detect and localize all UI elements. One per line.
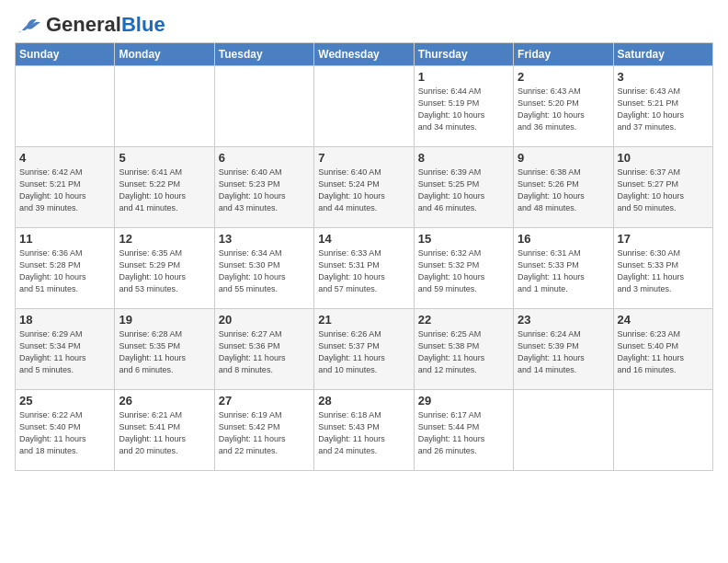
day-info: Sunrise: 6:25 AM Sunset: 5:38 PM Dayligh… xyxy=(418,328,509,376)
day-info: Sunrise: 6:32 AM Sunset: 5:32 PM Dayligh… xyxy=(418,247,509,295)
calendar-cell: 1Sunrise: 6:44 AM Sunset: 5:19 PM Daylig… xyxy=(414,66,513,147)
logo-text: GeneralBlue xyxy=(46,15,165,35)
day-number: 14 xyxy=(318,232,409,246)
day-number: 27 xyxy=(219,394,310,408)
day-info: Sunrise: 6:17 AM Sunset: 5:44 PM Dayligh… xyxy=(418,409,509,457)
calendar-cell: 10Sunrise: 6:37 AM Sunset: 5:27 PM Dayli… xyxy=(613,147,712,228)
logo-icon xyxy=(15,16,42,34)
calendar-week-3: 11Sunrise: 6:36 AM Sunset: 5:28 PM Dayli… xyxy=(16,228,713,309)
weekday-header-wednesday: Wednesday xyxy=(314,43,414,66)
day-number: 22 xyxy=(418,313,509,327)
day-info: Sunrise: 6:44 AM Sunset: 5:19 PM Dayligh… xyxy=(418,86,509,133)
weekday-header-row: SundayMondayTuesdayWednesdayThursdayFrid… xyxy=(16,43,713,66)
day-number: 8 xyxy=(418,151,509,165)
calendar-cell xyxy=(514,390,613,471)
calendar-week-1: 1Sunrise: 6:44 AM Sunset: 5:19 PM Daylig… xyxy=(16,66,713,147)
calendar-cell: 4Sunrise: 6:42 AM Sunset: 5:21 PM Daylig… xyxy=(16,147,115,228)
day-info: Sunrise: 6:35 AM Sunset: 5:29 PM Dayligh… xyxy=(119,247,210,295)
day-info: Sunrise: 6:26 AM Sunset: 5:37 PM Dayligh… xyxy=(318,328,409,376)
day-info: Sunrise: 6:43 AM Sunset: 5:21 PM Dayligh… xyxy=(618,86,709,133)
day-info: Sunrise: 6:40 AM Sunset: 5:23 PM Dayligh… xyxy=(219,167,310,214)
day-number: 3 xyxy=(618,70,709,84)
day-number: 20 xyxy=(219,313,310,327)
calendar-cell: 20Sunrise: 6:27 AM Sunset: 5:36 PM Dayli… xyxy=(214,309,313,390)
day-number: 18 xyxy=(19,313,110,327)
day-number: 28 xyxy=(318,394,409,408)
day-number: 7 xyxy=(318,151,409,165)
calendar-cell: 14Sunrise: 6:33 AM Sunset: 5:31 PM Dayli… xyxy=(314,228,414,309)
calendar-cell: 15Sunrise: 6:32 AM Sunset: 5:32 PM Dayli… xyxy=(414,228,513,309)
calendar-cell: 11Sunrise: 6:36 AM Sunset: 5:28 PM Dayli… xyxy=(16,228,115,309)
day-info: Sunrise: 6:19 AM Sunset: 5:42 PM Dayligh… xyxy=(219,409,310,457)
weekday-header-thursday: Thursday xyxy=(414,43,513,66)
calendar-cell: 17Sunrise: 6:30 AM Sunset: 5:33 PM Dayli… xyxy=(613,228,712,309)
day-number: 24 xyxy=(618,313,709,327)
day-number: 6 xyxy=(219,151,310,165)
calendar-cell: 19Sunrise: 6:28 AM Sunset: 5:35 PM Dayli… xyxy=(115,309,214,390)
day-number: 5 xyxy=(119,151,210,165)
weekday-header-friday: Friday xyxy=(514,43,613,66)
logo: GeneralBlue xyxy=(15,15,165,35)
calendar-week-2: 4Sunrise: 6:42 AM Sunset: 5:21 PM Daylig… xyxy=(16,147,713,228)
calendar-cell: 9Sunrise: 6:38 AM Sunset: 5:26 PM Daylig… xyxy=(514,147,613,228)
calendar-cell: 29Sunrise: 6:17 AM Sunset: 5:44 PM Dayli… xyxy=(414,390,513,471)
calendar-cell: 26Sunrise: 6:21 AM Sunset: 5:41 PM Dayli… xyxy=(115,390,214,471)
day-info: Sunrise: 6:24 AM Sunset: 5:39 PM Dayligh… xyxy=(518,328,609,376)
day-info: Sunrise: 6:27 AM Sunset: 5:36 PM Dayligh… xyxy=(219,328,310,376)
day-number: 25 xyxy=(19,394,110,408)
calendar-cell: 23Sunrise: 6:24 AM Sunset: 5:39 PM Dayli… xyxy=(514,309,613,390)
page-header: GeneralBlue xyxy=(15,15,713,35)
day-number: 17 xyxy=(618,232,709,246)
day-number: 12 xyxy=(119,232,210,246)
calendar-week-4: 18Sunrise: 6:29 AM Sunset: 5:34 PM Dayli… xyxy=(16,309,713,390)
calendar-cell xyxy=(214,66,313,147)
calendar-cell: 25Sunrise: 6:22 AM Sunset: 5:40 PM Dayli… xyxy=(16,390,115,471)
calendar-cell: 12Sunrise: 6:35 AM Sunset: 5:29 PM Dayli… xyxy=(115,228,214,309)
day-info: Sunrise: 6:18 AM Sunset: 5:43 PM Dayligh… xyxy=(318,409,409,457)
day-info: Sunrise: 6:34 AM Sunset: 5:30 PM Dayligh… xyxy=(219,247,310,295)
day-number: 15 xyxy=(418,232,509,246)
calendar-cell xyxy=(115,66,214,147)
day-number: 4 xyxy=(19,151,110,165)
weekday-header-saturday: Saturday xyxy=(613,43,712,66)
day-info: Sunrise: 6:30 AM Sunset: 5:33 PM Dayligh… xyxy=(618,247,709,295)
day-number: 1 xyxy=(418,70,509,84)
calendar-cell: 27Sunrise: 6:19 AM Sunset: 5:42 PM Dayli… xyxy=(214,390,313,471)
weekday-header-sunday: Sunday xyxy=(16,43,115,66)
calendar-cell: 13Sunrise: 6:34 AM Sunset: 5:30 PM Dayli… xyxy=(214,228,313,309)
calendar-cell: 5Sunrise: 6:41 AM Sunset: 5:22 PM Daylig… xyxy=(115,147,214,228)
day-info: Sunrise: 6:21 AM Sunset: 5:41 PM Dayligh… xyxy=(119,409,210,457)
day-number: 16 xyxy=(518,232,609,246)
calendar-table: SundayMondayTuesdayWednesdayThursdayFrid… xyxy=(15,42,713,471)
day-number: 19 xyxy=(119,313,210,327)
calendar-cell: 22Sunrise: 6:25 AM Sunset: 5:38 PM Dayli… xyxy=(414,309,513,390)
day-info: Sunrise: 6:31 AM Sunset: 5:33 PM Dayligh… xyxy=(518,247,609,295)
day-info: Sunrise: 6:42 AM Sunset: 5:21 PM Dayligh… xyxy=(19,167,110,214)
calendar-cell xyxy=(314,66,414,147)
calendar-cell: 3Sunrise: 6:43 AM Sunset: 5:21 PM Daylig… xyxy=(613,66,712,147)
calendar-cell: 21Sunrise: 6:26 AM Sunset: 5:37 PM Dayli… xyxy=(314,309,414,390)
calendar-cell: 28Sunrise: 6:18 AM Sunset: 5:43 PM Dayli… xyxy=(314,390,414,471)
day-info: Sunrise: 6:23 AM Sunset: 5:40 PM Dayligh… xyxy=(618,328,709,376)
calendar-cell xyxy=(613,390,712,471)
calendar-cell: 2Sunrise: 6:43 AM Sunset: 5:20 PM Daylig… xyxy=(514,66,613,147)
day-info: Sunrise: 6:41 AM Sunset: 5:22 PM Dayligh… xyxy=(119,167,210,214)
day-number: 26 xyxy=(119,394,210,408)
day-info: Sunrise: 6:22 AM Sunset: 5:40 PM Dayligh… xyxy=(19,409,110,457)
day-number: 29 xyxy=(418,394,509,408)
day-info: Sunrise: 6:37 AM Sunset: 5:27 PM Dayligh… xyxy=(618,167,709,214)
day-info: Sunrise: 6:40 AM Sunset: 5:24 PM Dayligh… xyxy=(318,167,409,214)
day-number: 10 xyxy=(618,151,709,165)
weekday-header-tuesday: Tuesday xyxy=(214,43,313,66)
day-number: 13 xyxy=(219,232,310,246)
day-info: Sunrise: 6:43 AM Sunset: 5:20 PM Dayligh… xyxy=(518,86,609,133)
day-info: Sunrise: 6:36 AM Sunset: 5:28 PM Dayligh… xyxy=(19,247,110,295)
day-number: 2 xyxy=(518,70,609,84)
day-number: 11 xyxy=(19,232,110,246)
calendar-cell: 16Sunrise: 6:31 AM Sunset: 5:33 PM Dayli… xyxy=(514,228,613,309)
day-info: Sunrise: 6:33 AM Sunset: 5:31 PM Dayligh… xyxy=(318,247,409,295)
calendar-cell: 18Sunrise: 6:29 AM Sunset: 5:34 PM Dayli… xyxy=(16,309,115,390)
day-number: 23 xyxy=(518,313,609,327)
calendar-week-5: 25Sunrise: 6:22 AM Sunset: 5:40 PM Dayli… xyxy=(16,390,713,471)
calendar-cell: 8Sunrise: 6:39 AM Sunset: 5:25 PM Daylig… xyxy=(414,147,513,228)
